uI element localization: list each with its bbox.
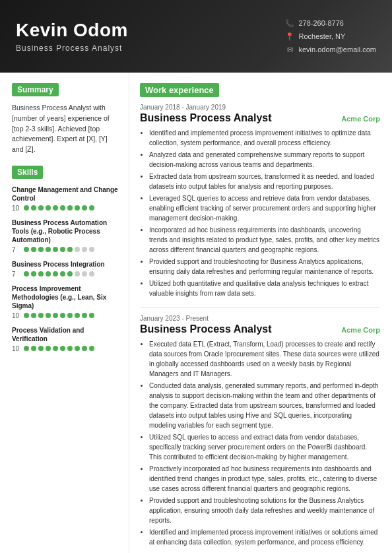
candidate-name: Kevin Odom xyxy=(16,20,285,41)
skill-dot xyxy=(46,247,51,252)
skill-dot xyxy=(60,247,65,252)
skill-dot xyxy=(53,247,58,252)
work-label: Work experience xyxy=(145,85,214,95)
skill-dot xyxy=(67,313,73,318)
candidate-title: Business Process Analyst xyxy=(16,44,285,53)
skill-dot xyxy=(38,346,44,351)
job-bullet: Utilized both quantitative and qualitati… xyxy=(149,278,380,298)
job-bullet: Identified and implemented process impro… xyxy=(149,128,380,148)
work-section-header: Work experience xyxy=(140,83,219,97)
skill-item: Business Process Integration7 xyxy=(12,260,119,278)
skill-dot xyxy=(89,271,94,276)
skill-dot xyxy=(24,313,29,318)
summary-text: Business Process Analyst with [number of… xyxy=(12,103,119,155)
skill-dot xyxy=(89,205,94,211)
skill-score: 7 xyxy=(12,271,20,278)
skill-dot xyxy=(75,271,80,276)
skill-dot xyxy=(60,313,65,318)
skill-dot xyxy=(31,205,36,211)
job-bullet: Executed data ETL (Extract, Transform, L… xyxy=(149,339,380,379)
skill-dot xyxy=(24,271,29,276)
phone-icon: 📞 xyxy=(285,18,294,28)
job-divider xyxy=(140,308,380,308)
skill-row: 7 xyxy=(12,271,119,278)
job-bullets: Executed data ETL (Extract, Transform, L… xyxy=(140,339,380,547)
location-icon: 📍 xyxy=(285,32,294,41)
job-bullet: Conducted data analysis, generated summa… xyxy=(149,381,380,430)
job-company: Acme Corp xyxy=(341,115,380,123)
job-bullet: Provided support and troubleshooting sol… xyxy=(149,496,380,525)
skill-score: 10 xyxy=(12,312,20,319)
job-bullets: Identified and implemented process impro… xyxy=(140,128,380,298)
skill-dot xyxy=(89,346,94,351)
email-item: ✉ kevin.odom@email.com xyxy=(285,45,376,54)
skill-dot xyxy=(60,205,65,211)
skill-dot xyxy=(24,247,29,252)
skill-dot xyxy=(31,247,36,252)
skill-row: 10 xyxy=(12,345,119,352)
skill-dot xyxy=(53,346,58,351)
job-company: Acme Corp xyxy=(341,326,380,334)
job-bullet: Provided support and troubleshooting for… xyxy=(149,257,380,276)
job-header: Business Process AnalystAcme Corp xyxy=(140,112,380,124)
skill-dot xyxy=(75,247,80,252)
email-icon: ✉ xyxy=(285,45,294,54)
skill-item: Change Management and Change Control10 xyxy=(12,185,119,212)
job-header: Business Process AnalystAcme Corp xyxy=(140,323,380,335)
skill-dot xyxy=(75,313,80,318)
skill-dot xyxy=(82,205,87,211)
location-text: Rochester, NY xyxy=(298,32,345,40)
skills-list: Change Management and Change Control10Bu… xyxy=(12,185,119,352)
job-date: January 2023 - Present xyxy=(140,315,380,322)
job-bullet: Leveraged SQL queries to access and retr… xyxy=(149,193,380,223)
skill-dot xyxy=(53,313,58,318)
job-bullet: Analyzed data and generated comprehensiv… xyxy=(149,150,380,170)
job-bullet: Utilized SQL queries to access and extra… xyxy=(149,432,380,462)
skill-dot xyxy=(31,271,36,276)
skill-row: 10 xyxy=(12,312,119,319)
skill-dot xyxy=(24,346,29,351)
phone-item: 📞 278-260-8776 xyxy=(285,18,376,28)
skill-dot xyxy=(82,271,87,276)
skill-score: 10 xyxy=(12,345,20,352)
job-date: January 2018 - January 2019 xyxy=(140,104,380,111)
skill-item: Process Improvement Methodologies (e.g.,… xyxy=(12,284,119,319)
skill-dots xyxy=(24,271,94,276)
skill-dot xyxy=(38,271,44,276)
header-left: Kevin Odom Business Process Analyst xyxy=(16,20,285,53)
phone-text: 278-260-8776 xyxy=(298,19,344,27)
skill-item: Process Validation and Verification10 xyxy=(12,326,119,352)
skill-name: Process Improvement Methodologies (e.g.,… xyxy=(12,284,119,310)
job-bullet: Proactively incorporated ad hoc business… xyxy=(149,464,380,494)
skill-dot xyxy=(24,205,29,211)
jobs-list: January 2018 - January 2019Business Proc… xyxy=(140,104,380,553)
skill-dot xyxy=(82,247,87,252)
skill-dots xyxy=(24,346,94,351)
skills-section-header: Skills xyxy=(12,166,43,179)
skill-dot xyxy=(53,205,58,211)
skills-label: Skills xyxy=(17,168,38,177)
skill-dot xyxy=(46,313,51,318)
job-bullet: Incorporated ad hoc business requirement… xyxy=(149,225,380,255)
header: Kevin Odom Business Process Analyst 📞 27… xyxy=(0,0,392,73)
skill-dot xyxy=(82,346,87,351)
skill-dot xyxy=(31,313,36,318)
email-text: kevin.odom@email.com xyxy=(298,46,376,53)
skill-name: Change Management and Change Control xyxy=(12,185,119,203)
skill-dot xyxy=(31,346,36,351)
summary-section-header: Summary xyxy=(12,83,59,96)
skill-dot xyxy=(60,271,65,276)
skill-name: Business Process Automation Tools (e.g.,… xyxy=(12,218,119,244)
skill-dot xyxy=(46,346,51,351)
body: Summary Business Process Analyst with [n… xyxy=(0,73,392,553)
job-title: Business Process Analyst xyxy=(140,323,272,335)
skill-dots xyxy=(24,205,94,211)
skill-dot xyxy=(38,247,44,252)
skill-dot xyxy=(75,346,80,351)
skill-dot xyxy=(82,313,87,318)
skill-score: 7 xyxy=(12,246,20,253)
skill-dot xyxy=(67,271,73,276)
job-bullet: Extracted data from upstream sources, tr… xyxy=(149,172,380,191)
skill-dot xyxy=(46,205,51,211)
skill-dot xyxy=(46,271,51,276)
